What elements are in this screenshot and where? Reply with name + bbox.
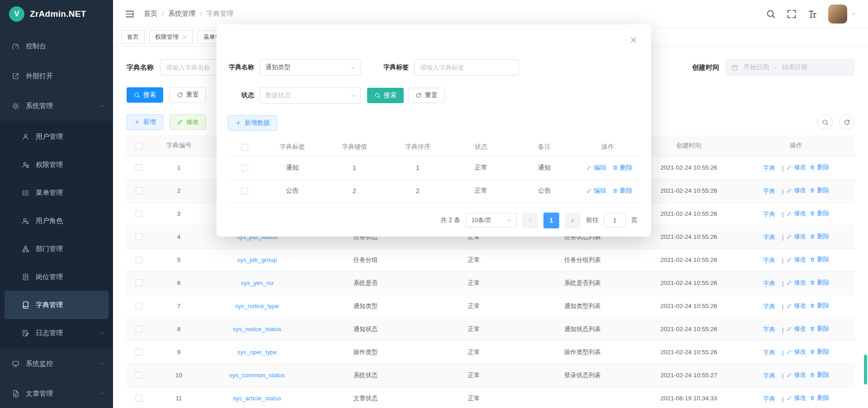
dict-type-link[interactable]: sys_job_group xyxy=(237,256,277,263)
page-size-select[interactable]: 10条/页 xyxy=(466,213,517,228)
tab-permission[interactable]: 权限管理 xyxy=(149,30,193,44)
sidebar-item-dict-mgmt[interactable]: 字典管理 xyxy=(5,291,108,319)
dict-data-link[interactable]: 字典 xyxy=(763,280,775,288)
dict-data-link[interactable]: 字典 xyxy=(763,326,775,334)
delete-row-link[interactable]: 删除 xyxy=(810,279,829,287)
dialog-reset-button[interactable]: 重置 xyxy=(408,88,445,103)
edit-row-link[interactable]: 修改 xyxy=(787,325,806,333)
sidebar-item-menu-mgmt[interactable]: 菜单管理 xyxy=(0,179,113,207)
prev-page-button[interactable] xyxy=(522,213,538,228)
add-button[interactable]: 新增 xyxy=(127,114,163,130)
dialog-close-icon[interactable] xyxy=(630,36,637,44)
sidebar-item-system-monitor[interactable]: 系统监控 xyxy=(0,349,113,379)
row-checkbox[interactable] xyxy=(136,210,142,217)
goto-page-input[interactable] xyxy=(604,213,626,228)
dict-data-link[interactable]: 字典 xyxy=(763,372,775,380)
sidebar-item-log-mgmt[interactable]: 日志管理 xyxy=(0,319,113,347)
dict-data-link[interactable]: 字典 xyxy=(763,395,775,403)
delete-row-link[interactable]: 删除 xyxy=(810,232,829,241)
sidebar-item-article-mgmt[interactable]: 文章管理 xyxy=(0,379,113,408)
row-checkbox[interactable] xyxy=(136,280,142,286)
edit-row-link[interactable]: 修改 xyxy=(787,279,806,287)
sidebar-item-post-mgmt[interactable]: 岗位管理 xyxy=(0,263,113,291)
edit-row-link[interactable]: 修改 xyxy=(787,209,806,218)
header-search-icon[interactable] xyxy=(766,9,776,19)
scrollbar-thumb[interactable] xyxy=(864,355,867,384)
dict-data-link[interactable]: 字典 xyxy=(763,303,775,311)
tab-home[interactable]: 首页 xyxy=(121,30,145,44)
edit-row-link[interactable]: 编辑 xyxy=(586,187,606,195)
row-checkbox[interactable] xyxy=(241,188,248,195)
row-checkbox[interactable] xyxy=(136,164,142,171)
dialog-dict-name-select[interactable]: 通知类型 xyxy=(259,59,361,76)
edit-row-link[interactable]: 修改 xyxy=(787,232,806,241)
delete-row-link[interactable]: 删除 xyxy=(810,163,829,171)
breadcrumb-item[interactable]: 系统管理 xyxy=(168,9,195,18)
edit-row-link[interactable]: 编辑 xyxy=(586,164,606,172)
sidebar-item-dashboard[interactable]: 控制台 xyxy=(0,31,113,61)
dialog-dict-label-input[interactable] xyxy=(414,59,519,76)
page-1-button[interactable]: 1 xyxy=(543,213,559,228)
brand[interactable]: V ZrAdmin.NET xyxy=(0,0,113,28)
breadcrumb-item[interactable]: 首页 xyxy=(144,9,157,18)
delete-row-link[interactable]: 删除 xyxy=(810,302,829,310)
date-range-picker[interactable]: 开始日期 - 结束日期 xyxy=(726,59,854,76)
edit-button[interactable]: 修改 xyxy=(170,114,206,130)
dict-type-link[interactable]: sys_common_status xyxy=(229,372,285,379)
dict-type-link[interactable]: sys_oper_type xyxy=(237,349,277,356)
edit-row-link[interactable]: 修改 xyxy=(787,394,806,402)
select-all-checkbox[interactable] xyxy=(136,142,142,149)
dict-data-link[interactable]: 字典 xyxy=(763,349,775,357)
dict-data-link[interactable]: 字典 xyxy=(763,164,775,172)
dict-type-link[interactable]: sys_article_status xyxy=(233,395,281,402)
dict-type-link[interactable]: sys_yes_no xyxy=(241,280,273,286)
delete-row-link[interactable]: 删除 xyxy=(810,348,829,356)
dialog-status-select[interactable]: 数据状态 xyxy=(259,87,361,104)
search-button[interactable]: 搜索 xyxy=(127,87,163,103)
row-checkbox[interactable] xyxy=(136,233,142,240)
row-checkbox[interactable] xyxy=(136,349,142,356)
reset-button[interactable]: 重置 xyxy=(170,87,206,103)
dict-data-link[interactable]: 字典 xyxy=(763,187,775,195)
select-all-checkbox[interactable] xyxy=(241,144,248,151)
row-checkbox[interactable] xyxy=(136,326,142,332)
delete-row-link[interactable]: 删除 xyxy=(810,394,829,402)
delete-row-link[interactable]: 删除 xyxy=(810,325,829,333)
delete-row-link[interactable]: 删除 xyxy=(810,186,829,195)
dict-data-link[interactable]: 字典 xyxy=(763,210,775,218)
sidebar-item-external-open[interactable]: 外部打开 xyxy=(0,61,113,91)
edit-row-link[interactable]: 修改 xyxy=(787,348,806,356)
row-checkbox[interactable] xyxy=(241,165,248,171)
row-checkbox[interactable] xyxy=(136,395,142,402)
font-size-icon[interactable] xyxy=(807,9,817,19)
dict-data-link[interactable]: 字典 xyxy=(763,256,775,265)
dialog-search-button[interactable]: 搜索 xyxy=(367,88,404,103)
dict-data-link[interactable]: 字典 xyxy=(763,233,775,242)
next-page-button[interactable] xyxy=(565,213,580,228)
row-checkbox[interactable] xyxy=(136,303,142,309)
delete-row-link[interactable]: 删除 xyxy=(810,256,829,264)
delete-row-link[interactable]: 删除 xyxy=(810,209,829,218)
sidebar-item-dept-mgmt[interactable]: 部门管理 xyxy=(0,235,113,263)
sidebar-item-user-role[interactable]: 用户角色 xyxy=(0,207,113,235)
toggle-search-button[interactable] xyxy=(817,114,833,130)
edit-row-link[interactable]: 修改 xyxy=(787,302,806,310)
sidebar-item-system-mgmt[interactable]: 系统管理 xyxy=(0,91,113,121)
user-menu[interactable] xyxy=(828,5,856,24)
sidebar-collapse-icon[interactable] xyxy=(125,9,135,19)
edit-row-link[interactable]: 修改 xyxy=(787,163,806,171)
fullscreen-icon[interactable] xyxy=(787,9,797,19)
row-checkbox[interactable] xyxy=(136,256,142,263)
sidebar-item-user-mgmt[interactable]: 用户管理 xyxy=(0,123,113,151)
dialog-add-data-button[interactable]: 新增数据 xyxy=(228,115,277,131)
delete-row-link[interactable]: 删除 xyxy=(613,187,632,195)
dict-type-link[interactable]: sys_notice_type xyxy=(235,303,279,309)
row-checkbox[interactable] xyxy=(136,187,142,194)
edit-row-link[interactable]: 修改 xyxy=(787,371,806,379)
sidebar-item-permission-mgmt[interactable]: 权限管理 xyxy=(0,151,113,179)
delete-row-link[interactable]: 删除 xyxy=(810,371,829,379)
delete-row-link[interactable]: 删除 xyxy=(613,164,632,172)
dict-type-link[interactable]: sys_notice_status xyxy=(233,326,281,332)
edit-row-link[interactable]: 修改 xyxy=(787,256,806,264)
edit-row-link[interactable]: 修改 xyxy=(787,186,806,195)
